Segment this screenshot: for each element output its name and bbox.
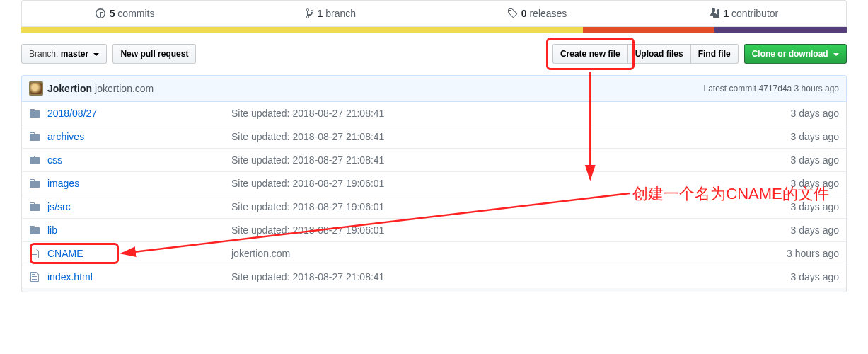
folder-icon: [29, 201, 40, 212]
file-actions-group: Create new file Upload files Find file: [552, 44, 739, 64]
commit-sha[interactable]: 4717d4a: [759, 84, 792, 93]
stat-branches[interactable]: 1 branch: [228, 1, 434, 26]
file-commit-message[interactable]: Site updated: 2018-08-27 21:08:41: [231, 131, 384, 142]
file-commit-message[interactable]: jokertion.com: [231, 248, 290, 259]
clone-label: Clone or download: [752, 49, 828, 59]
file-icon: [29, 248, 40, 259]
file-row: imagesSite updated: 2018-08-27 19:06:013…: [22, 171, 846, 195]
file-name-link[interactable]: js/src: [47, 201, 71, 212]
folder-icon: [29, 108, 40, 119]
stat-commits[interactable]: 5 commits: [22, 1, 228, 26]
file-name-link[interactable]: index.html: [47, 271, 93, 282]
stat-releases[interactable]: 0 releases: [434, 1, 640, 26]
branch-select-button[interactable]: Branch: master: [21, 44, 107, 64]
tag-icon: [507, 8, 517, 19]
commits-label: commits: [117, 8, 154, 19]
file-row: index.htmlSite updated: 2018-08-27 21:08…: [22, 265, 846, 288]
page-container: 5 commits 1 branch 0 releases 1 contribu…: [21, 0, 847, 292]
file-row: js/srcSite updated: 2018-08-27 19:06:013…: [22, 195, 846, 218]
file-toolbar: Branch: master New pull request Create n…: [21, 44, 847, 64]
latest-commit-bar: Jokertion jokertion.com Latest commit 47…: [21, 75, 847, 102]
file-commit-message[interactable]: Site updated: 2018-08-27 21:08:41: [231, 154, 384, 166]
file-row: 2018/08/27Site updated: 2018-08-27 21:08…: [22, 102, 846, 125]
folder-icon: [29, 178, 40, 189]
branches-label: branch: [325, 8, 356, 19]
file-age: 3 hours ago: [787, 246, 839, 261]
caret-down-icon: [833, 53, 839, 56]
releases-label: releases: [529, 8, 567, 19]
branch-prefix: Branch:: [29, 49, 58, 59]
file-icon: [29, 271, 40, 282]
find-file-button[interactable]: Find file: [690, 44, 739, 64]
file-commit-message[interactable]: Site updated: 2018-08-27 19:06:01: [231, 201, 384, 212]
file-age: 3 days ago: [791, 176, 840, 190]
file-name-link[interactable]: archives: [47, 131, 84, 142]
contributors-count: 1: [723, 8, 729, 19]
file-name-link[interactable]: css: [47, 154, 62, 166]
file-commit-message[interactable]: Site updated: 2018-08-27 21:08:41: [231, 108, 384, 119]
create-new-file-button[interactable]: Create new file: [552, 44, 628, 64]
people-icon: [708, 8, 719, 19]
file-age: 3 days ago: [791, 270, 840, 284]
language-color-bar[interactable]: [21, 27, 847, 33]
releases-count: 0: [521, 8, 527, 19]
history-icon: [96, 8, 105, 19]
branch-icon: [306, 8, 313, 19]
file-row: cssSite updated: 2018-08-27 21:08:413 da…: [22, 148, 846, 171]
file-commit-message[interactable]: Site updated: 2018-08-27 21:08:41: [231, 271, 384, 282]
commit-author[interactable]: Jokertion: [47, 83, 92, 94]
commit-age: 3 hours ago: [794, 84, 839, 93]
branch-name: master: [61, 49, 88, 59]
file-row: archivesSite updated: 2018-08-27 21:08:4…: [22, 125, 846, 148]
file-row: CNAMEjokertion.com3 hours ago: [22, 241, 846, 265]
caret-down-icon: [93, 53, 99, 56]
file-age: 3 days ago: [791, 130, 840, 144]
file-list: 2018/08/27Site updated: 2018-08-27 21:08…: [21, 102, 847, 289]
file-name-link[interactable]: 2018/08/27: [47, 108, 97, 119]
file-commit-message[interactable]: Site updated: 2018-08-27 19:06:01: [231, 178, 384, 189]
new-pull-request-button[interactable]: New pull request: [112, 44, 196, 64]
file-age: 3 days ago: [791, 200, 840, 214]
clone-download-button[interactable]: Clone or download: [744, 44, 847, 64]
file-name-link[interactable]: images: [47, 178, 79, 189]
repo-stats-bar: 5 commits 1 branch 0 releases 1 contribu…: [21, 0, 847, 27]
latest-commit-label: Latest commit: [704, 84, 757, 93]
file-name-link[interactable]: CNAME: [47, 248, 83, 259]
file-age: 3 days ago: [791, 106, 840, 120]
language-segment[interactable]: [714, 27, 847, 33]
folder-icon: [29, 224, 40, 236]
upload-files-button[interactable]: Upload files: [627, 44, 691, 64]
folder-icon: [29, 154, 40, 166]
commits-count: 5: [110, 8, 115, 19]
commit-message[interactable]: jokertion.com: [95, 83, 154, 94]
file-commit-message[interactable]: Site updated: 2018-08-27 19:06:01: [231, 224, 384, 236]
file-row: libSite updated: 2018-08-27 19:06:013 da…: [22, 218, 846, 241]
language-segment[interactable]: [583, 27, 715, 33]
language-segment[interactable]: [21, 27, 583, 33]
author-avatar[interactable]: [29, 81, 43, 96]
commit-meta: Latest commit 4717d4a 3 hours ago: [704, 84, 840, 93]
stat-contributors[interactable]: 1 contributor: [640, 1, 846, 26]
file-age: 3 days ago: [791, 153, 840, 167]
bottom-spacer: [21, 288, 847, 292]
folder-icon: [29, 131, 40, 142]
file-age: 3 days ago: [791, 223, 840, 237]
branches-count: 1: [318, 8, 323, 19]
file-name-link[interactable]: lib: [47, 224, 57, 236]
contributors-label: contributor: [731, 8, 778, 19]
